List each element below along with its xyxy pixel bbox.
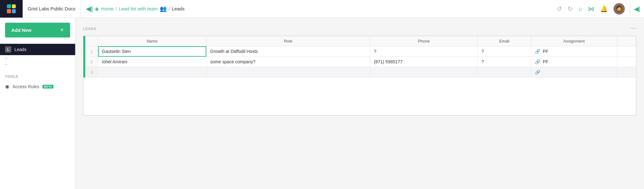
sidebar-dash-2: – xyxy=(0,61,75,67)
leads-table: Name Role Phone Email Assignment 1 Gauts… xyxy=(85,36,636,77)
row-2-extra xyxy=(617,57,636,67)
search-button[interactable]: ⌕ xyxy=(579,5,582,12)
section-more-button[interactable]: ··· xyxy=(630,25,636,32)
doc-icon: ◈ xyxy=(95,5,99,12)
row-3-extra xyxy=(617,67,636,77)
table-row[interactable]: 1 Gautselin Sten Growth at Daffodil Host… xyxy=(86,46,636,57)
row-1-role[interactable]: Growth at Daffodil Hosts xyxy=(206,46,370,57)
add-new-label: Add New xyxy=(11,27,31,33)
table-row[interactable]: 2 Iohel Amirani some space company? (871… xyxy=(86,57,636,67)
row-3-phone xyxy=(370,67,478,77)
eye-icon: ◉ xyxy=(5,83,9,89)
share-button[interactable]: ⋈ xyxy=(588,5,594,13)
sidebar-item-leads-label: Leads xyxy=(14,47,26,52)
col-header-name[interactable]: Name xyxy=(98,36,207,46)
col-header-role[interactable]: Role xyxy=(206,36,370,46)
section-title-label: LEADS xyxy=(83,27,97,31)
tools-section-title: TOOLS xyxy=(0,67,75,81)
empty-rows-area xyxy=(83,77,636,115)
breadcrumb-sep2: / xyxy=(169,6,170,11)
table-header: Name Role Phone Email Assignment xyxy=(86,36,636,46)
row-3-assignment[interactable]: 🔗 xyxy=(531,67,617,77)
logo-cell-bl xyxy=(7,9,11,13)
logo-cell-tr xyxy=(12,4,16,9)
link-icon-2: 🔗 xyxy=(535,59,540,64)
col-header-extra xyxy=(617,36,636,46)
row-1-extra xyxy=(617,46,636,57)
notifications-button[interactable]: 🔔 xyxy=(600,5,608,13)
sidebar-dash-1: – xyxy=(0,55,75,61)
row-2-num: 2 xyxy=(86,57,98,67)
beta-badge: BETA xyxy=(42,85,54,89)
link-icon-3: 🔗 xyxy=(535,70,540,75)
redo-button[interactable]: ↻ xyxy=(568,5,573,13)
main-layout: Add New + L Leads – – TOOLS ◉ Access Rul… xyxy=(0,18,644,189)
row-1-assignment[interactable]: 🔗 PF xyxy=(531,46,617,57)
col-header-rownum xyxy=(86,36,98,46)
sidebar: Add New + L Leads – – TOOLS ◉ Access Rul… xyxy=(0,18,75,189)
add-new-button[interactable]: Add New + xyxy=(5,23,70,37)
logo-cell-br xyxy=(12,9,16,13)
row-2-assignment-cell: 🔗 PF xyxy=(535,59,613,64)
row-2-assignment[interactable]: 🔗 PF xyxy=(531,57,617,67)
table-container: Name Role Phone Email Assignment 1 Gauts… xyxy=(83,36,636,77)
logo-area xyxy=(0,0,23,18)
nav-back-button[interactable]: ◀| xyxy=(86,5,93,13)
row-1-assignment-value: PF xyxy=(543,49,548,54)
row-1-phone[interactable]: ? xyxy=(370,46,478,57)
col-header-assignment[interactable]: Assignment xyxy=(531,36,617,46)
leads-icon: L xyxy=(5,46,11,53)
brand-name: Grist Labs Public Docs xyxy=(23,0,81,18)
row-1-email[interactable]: ? xyxy=(478,46,531,57)
row-2-role[interactable]: some space company? xyxy=(206,57,370,67)
col-header-email[interactable]: Email xyxy=(478,36,531,46)
topbar-actions: ↺ ↻ ⌕ ⋈ 🔔 🧔 xyxy=(552,3,630,14)
row-3-num: 3 xyxy=(86,67,98,77)
app-logo xyxy=(7,4,16,13)
row-1-assignment-cell: 🔗 PF xyxy=(535,49,613,54)
row-3-role xyxy=(206,67,370,77)
table-row-empty[interactable]: 3 🔗 xyxy=(86,67,636,77)
row-1-num: 1 xyxy=(86,46,98,57)
section-header: LEADS ··· xyxy=(83,25,636,32)
row-2-email[interactable]: ? xyxy=(478,57,531,67)
row-3-assignment-cell: 🔗 xyxy=(535,70,613,75)
doc-name[interactable]: Lead list with team xyxy=(119,6,158,11)
link-icon-1: 🔗 xyxy=(535,49,540,54)
access-rules-label: Access Rules xyxy=(13,84,39,89)
sidebar-access-rules[interactable]: ◉ Access Rules BETA xyxy=(0,81,75,92)
row-3-email xyxy=(478,67,531,77)
logo-cell-tl xyxy=(7,4,11,9)
breadcrumb: Home / Lead list with team 👥 / Leads xyxy=(101,5,184,12)
row-2-name[interactable]: Iohel Amirani xyxy=(98,57,207,67)
page-name: Leads xyxy=(172,6,185,11)
col-header-phone[interactable]: Phone xyxy=(370,36,478,46)
add-new-plus-icon: + xyxy=(60,26,64,34)
team-icon: 👥 xyxy=(160,5,167,12)
row-2-phone[interactable]: (871) 5985177 xyxy=(370,57,478,67)
breadcrumb-nav: ◀| ◈ Home / Lead list with team 👥 / Lead… xyxy=(81,5,552,13)
table-body: 1 Gautselin Sten Growth at Daffodil Host… xyxy=(86,46,636,77)
collapse-panel-button[interactable]: ◀| xyxy=(630,0,644,18)
row-3-name xyxy=(98,67,207,77)
content-area: LEADS ··· Name Role Phone Email Assignme… xyxy=(75,18,644,189)
topbar: Grist Labs Public Docs ◀| ◈ Home / Lead … xyxy=(0,0,644,18)
row-2-assignment-value: PF xyxy=(543,59,548,64)
leads-table-wrapper: Name Role Phone Email Assignment 1 Gauts… xyxy=(83,36,636,116)
breadcrumb-sep1: / xyxy=(115,6,117,11)
avatar[interactable]: 🧔 xyxy=(613,3,625,14)
undo-button[interactable]: ↺ xyxy=(557,5,562,13)
sidebar-item-leads[interactable]: L Leads xyxy=(0,44,75,55)
row-1-name[interactable]: Gautselin Sten xyxy=(98,46,207,57)
home-link[interactable]: Home xyxy=(101,6,114,11)
